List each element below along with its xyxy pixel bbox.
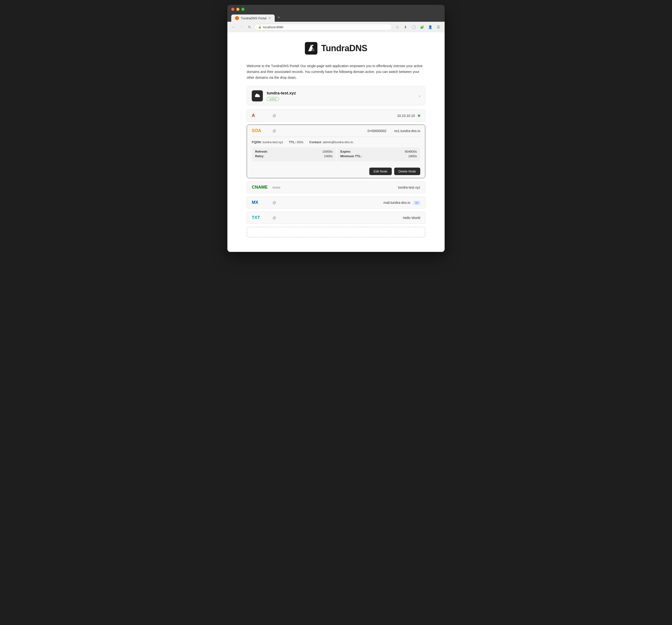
soa-serial: 0×00000002 bbox=[368, 129, 386, 133]
soa-refresh-row: Refresh: 10000s bbox=[255, 150, 333, 153]
welcome-text: Welcome to the TundraDNS Portal! Our sin… bbox=[247, 63, 425, 80]
soa-details: FQDN: tundra-test.xyz TTL: 300s Contact:… bbox=[247, 137, 425, 165]
record-type-cname: CNAME bbox=[252, 185, 269, 190]
ttl-label: TTL: bbox=[289, 140, 296, 144]
record-host-mx: @ bbox=[272, 201, 285, 205]
soa-grid: Refresh: 10000s Retry: 2400s E bbox=[252, 147, 420, 161]
fqdn-value: tundra-test.xyz bbox=[263, 140, 283, 144]
browser-toolbar: ← → ↻ 🔒 localhost:8080 ☆ ⬇ 🕐 🧩 👤 ☰ bbox=[227, 22, 445, 32]
browser-tabs: TundraDNS Portal ✕ + bbox=[231, 13, 441, 22]
fqdn-label: FQDN: bbox=[252, 140, 262, 144]
add-record-row[interactable] bbox=[247, 227, 425, 237]
records-container: A @ 10.10.10.10 SOA @ 0×00000002 ns1.tun… bbox=[247, 109, 425, 237]
expire-value: 604800s bbox=[405, 150, 417, 153]
domain-icon bbox=[252, 90, 263, 101]
soa-header: SOA @ 0×00000002 ns1.tundra-dns.io bbox=[247, 125, 425, 137]
min-ttl-value: 1800s bbox=[408, 154, 417, 158]
contact-value: admin@tundra-dns.io. bbox=[323, 140, 354, 144]
active-tab[interactable]: TundraDNS Portal ✕ bbox=[231, 15, 275, 22]
record-value-txt: Hello World bbox=[403, 216, 420, 220]
mx-priority: 10 bbox=[413, 201, 420, 205]
domain-card[interactable]: tundra-test.xyz active › bbox=[247, 86, 425, 106]
expire-label: Expire: bbox=[340, 150, 351, 153]
record-type-mx: MX bbox=[252, 200, 269, 205]
record-type-txt: TXT bbox=[252, 215, 269, 220]
cloud-icon bbox=[254, 93, 260, 99]
record-row-mx[interactable]: MX @ mail.tundra-dns.io 10 bbox=[247, 196, 425, 209]
tab-close-button[interactable]: ✕ bbox=[268, 17, 271, 20]
record-host-txt: @ bbox=[272, 216, 285, 220]
soa-grid-left: Refresh: 10000s Retry: 2400s bbox=[252, 147, 336, 161]
reload-button[interactable]: ↻ bbox=[247, 24, 253, 30]
soa-expire-row: Expire: 604800s bbox=[340, 150, 417, 153]
minimize-button[interactable] bbox=[236, 8, 239, 11]
delete-node-button[interactable]: Delete Node bbox=[394, 168, 420, 175]
record-value-cname: tundra-test.xyz bbox=[398, 185, 420, 189]
soa-row1: FQDN: tundra-test.xyz TTL: 300s Contact:… bbox=[252, 140, 420, 144]
record-host-a: @ bbox=[272, 114, 285, 118]
record-type-soa: SOA bbox=[252, 128, 269, 133]
soa-actions: Edit Node Delete Node bbox=[247, 165, 425, 178]
new-tab-button[interactable]: + bbox=[275, 13, 283, 22]
soa-ns: ns1.tundra-dns.io bbox=[394, 129, 420, 133]
pocket-icon[interactable]: ⬇ bbox=[402, 24, 409, 30]
maximize-button[interactable] bbox=[241, 8, 244, 11]
soa-fqdn: FQDN: tundra-test.xyz bbox=[252, 140, 283, 144]
soa-grid-right: Expire: 604800s Minimum TTL: 1800s bbox=[337, 147, 420, 161]
browser-controls bbox=[231, 8, 441, 11]
extensions-icon[interactable]: 🧩 bbox=[418, 24, 425, 30]
menu-icon[interactable]: ☰ bbox=[435, 24, 442, 30]
record-row-a[interactable]: A @ 10.10.10.10 bbox=[247, 109, 425, 122]
contact-label: Contact: bbox=[309, 140, 322, 144]
address-bar[interactable]: 🔒 localhost:8080 bbox=[255, 24, 392, 30]
record-row-cname[interactable]: CNAME www tundra-test.xyz bbox=[247, 181, 425, 193]
bookmark-icon[interactable]: ☆ bbox=[394, 24, 401, 30]
refresh-label: Refresh: bbox=[255, 150, 268, 153]
record-value-a: 10.10.10.10 bbox=[397, 114, 420, 118]
profile-icon[interactable]: 👤 bbox=[427, 24, 433, 30]
domain-arrow: › bbox=[419, 93, 420, 98]
soa-min-ttl-row: Minimum TTL: 1800s bbox=[340, 154, 417, 158]
min-ttl-label: Minimum TTL: bbox=[340, 154, 362, 158]
domain-name: tundra-test.xyz bbox=[267, 91, 415, 96]
page-content: TundraDNS Welcome to the TundraDNS Porta… bbox=[227, 32, 445, 252]
tab-title: TundraDNS Portal bbox=[241, 17, 266, 20]
record-row-txt[interactable]: TXT @ Hello World bbox=[247, 212, 425, 224]
record-row-soa[interactable]: SOA @ 0×00000002 ns1.tundra-dns.io FQDN:… bbox=[247, 124, 425, 178]
app-title: TundraDNS bbox=[321, 43, 367, 53]
soa-expanded: SOA @ 0×00000002 ns1.tundra-dns.io FQDN:… bbox=[247, 125, 425, 178]
url-text: localhost:8080 bbox=[263, 25, 283, 29]
browser-titlebar: TundraDNS Portal ✕ + bbox=[227, 5, 445, 22]
ttl-value: 300s bbox=[297, 140, 304, 144]
edit-node-button[interactable]: Edit Node bbox=[369, 168, 392, 175]
tab-favicon bbox=[235, 16, 239, 20]
soa-retry-row: Retry: 2400s bbox=[255, 154, 333, 158]
soa-contact: Contact: admin@tundra-dns.io. bbox=[309, 140, 354, 144]
history-icon[interactable]: 🕐 bbox=[410, 24, 417, 30]
mx-value-text: mail.tundra-dns.io bbox=[383, 201, 410, 205]
forward-button[interactable]: → bbox=[239, 24, 245, 30]
app-logo: TundraDNS bbox=[247, 42, 425, 54]
browser-window: TundraDNS Portal ✕ + ← → ↻ 🔒 localhost:8… bbox=[227, 5, 445, 252]
svg-point-3 bbox=[312, 45, 313, 46]
app-header: TundraDNS bbox=[247, 42, 425, 54]
active-dot bbox=[418, 114, 420, 117]
record-type-a: A bbox=[252, 113, 269, 118]
close-button[interactable] bbox=[231, 8, 234, 11]
retry-label: Retry: bbox=[255, 154, 264, 158]
domain-info: tundra-test.xyz active bbox=[267, 91, 415, 101]
security-icon: 🔒 bbox=[258, 25, 262, 29]
record-host-cname: www bbox=[272, 185, 285, 189]
status-badge: active bbox=[267, 97, 279, 101]
retry-value: 2400s bbox=[324, 154, 333, 158]
record-value-mx: mail.tundra-dns.io 10 bbox=[383, 201, 420, 205]
logo-icon bbox=[305, 42, 317, 54]
refresh-value: 10000s bbox=[322, 150, 333, 153]
record-host-soa: @ bbox=[272, 129, 285, 133]
toolbar-actions: ☆ ⬇ 🕐 🧩 👤 ☰ bbox=[394, 24, 442, 30]
back-button[interactable]: ← bbox=[230, 24, 237, 30]
soa-ttl-field: TTL: 300s bbox=[289, 140, 304, 144]
